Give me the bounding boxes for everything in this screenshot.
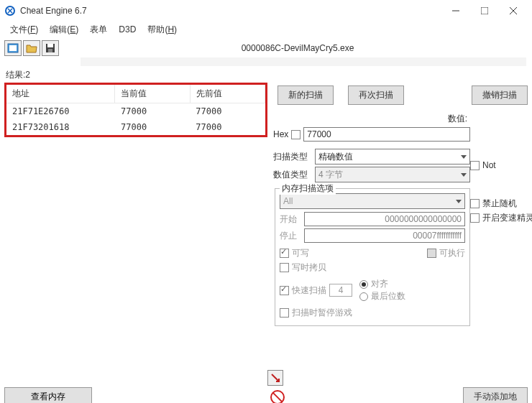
value-label: 数值: [448, 113, 467, 125]
add-to-list-button[interactable] [267, 370, 283, 386]
open-file-button[interactable] [23, 40, 40, 56]
memregion-dropdown[interactable]: All [280, 193, 465, 209]
hex-label: Hex [273, 129, 288, 139]
pause-label: 扫描时暂停游戏 [292, 307, 352, 319]
menu-table[interactable]: 表单 [86, 22, 111, 37]
cow-label: 写时拷贝 [292, 261, 326, 274]
stop-icon[interactable] [270, 390, 285, 404]
fastscan-checkbox[interactable] [280, 286, 289, 295]
svg-rect-6 [9, 45, 17, 51]
maximize-button[interactable] [470, 1, 499, 21]
view-memory-button[interactable]: 查看内存 [4, 387, 92, 403]
minimize-button[interactable] [441, 1, 470, 21]
results-label: 结果: [6, 70, 25, 80]
valuetype-dropdown[interactable]: 4 字节 [315, 167, 470, 182]
align-radio[interactable] [359, 280, 368, 289]
writable-label: 可写 [292, 247, 309, 259]
scantype-dropdown[interactable]: 精确数值 [315, 149, 470, 165]
undo-scan-button[interactable]: 撤销扫描 [472, 85, 528, 105]
norandom-checkbox[interactable] [470, 199, 480, 208]
results-count: 2 [25, 70, 30, 80]
writable-checkbox[interactable] [280, 249, 289, 258]
executable-checkbox[interactable] [427, 249, 436, 258]
hex-checkbox[interactable] [291, 130, 301, 139]
save-button[interactable] [42, 40, 59, 56]
svg-rect-2 [481, 7, 488, 14]
menu-file[interactable]: 文件(F) [6, 22, 42, 37]
col-current[interactable]: 当前值 [115, 85, 190, 103]
start-input[interactable] [304, 212, 465, 226]
cow-checkbox[interactable] [280, 263, 289, 272]
chevron-down-icon [461, 155, 467, 159]
next-scan-button[interactable]: 再次扫描 [348, 85, 404, 105]
menu-edit[interactable]: 编辑(E) [45, 22, 83, 37]
col-address[interactable]: 地址 [6, 85, 115, 103]
stop-input[interactable] [304, 228, 465, 243]
progress-bar [81, 57, 526, 66]
start-label: 开始 [280, 213, 301, 226]
pause-checkbox[interactable] [280, 308, 289, 318]
svg-rect-8 [47, 44, 53, 47]
stop-label: 停止 [280, 230, 301, 242]
process-name: 0000086C-DevilMayCry5.exe [68, 43, 528, 53]
manual-add-button[interactable]: 手动添加地 [463, 387, 528, 403]
chevron-down-icon [456, 200, 462, 203]
svg-rect-9 [48, 49, 52, 52]
col-previous[interactable]: 先前值 [190, 85, 265, 103]
select-process-button[interactable] [4, 40, 22, 56]
table-row[interactable]: 21F71E267607700077000 [6, 103, 265, 120]
close-button[interactable] [499, 1, 528, 21]
value-input[interactable] [303, 127, 470, 142]
menu-d3d[interactable]: D3D [114, 23, 140, 36]
menu-help[interactable]: 帮助(H) [143, 22, 181, 37]
executable-label: 可执行 [439, 247, 465, 259]
chevron-down-icon [461, 173, 467, 177]
speedhack-checkbox[interactable] [470, 213, 480, 223]
not-checkbox[interactable] [470, 161, 480, 170]
new-scan-button[interactable]: 新的扫描 [278, 85, 334, 105]
valuetype-label: 数值类型 [273, 169, 312, 181]
results-table[interactable]: 地址 当前值 先前值 21F71E267607700077000 21F7320… [4, 83, 267, 137]
fastscan-value[interactable] [329, 284, 352, 297]
table-row[interactable]: 21F732016187700077000 [6, 119, 265, 135]
window-title: Cheat Engine 6.7 [20, 6, 441, 16]
app-logo [4, 5, 16, 17]
memopts-title: 内存扫描选项 [280, 182, 336, 195]
scantype-label: 扫描类型 [273, 151, 312, 163]
fastscan-label: 快速扫描 [292, 284, 326, 297]
lastdigits-radio[interactable] [359, 292, 368, 301]
